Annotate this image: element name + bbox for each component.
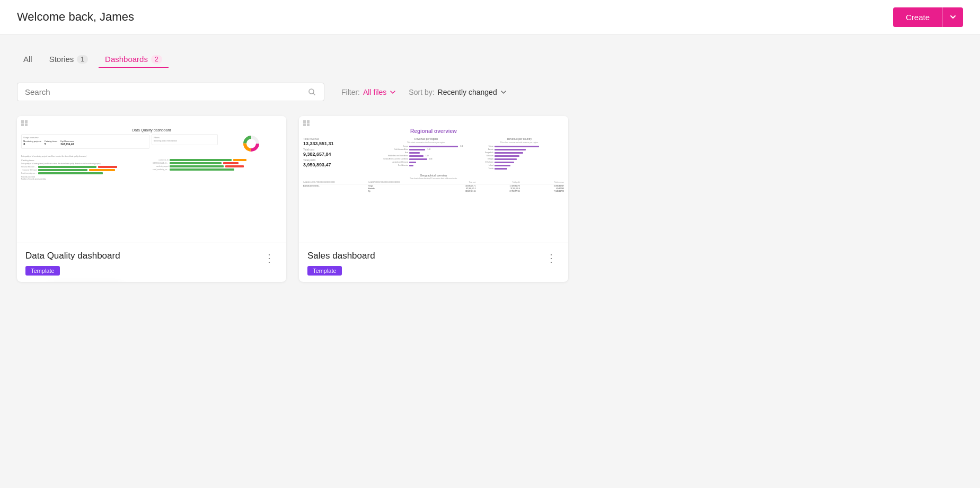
search-filter-row: Filter: All files Sort by: Recently chan…: [17, 83, 963, 101]
search-input[interactable]: [25, 87, 304, 96]
card-data-quality-thumbnail[interactable]: Data Quality dashboard Usage overview Mo…: [17, 116, 286, 243]
tab-stories-label: Stories: [49, 55, 74, 64]
tabs-bar: All Stories 1 Dashboards 2: [17, 51, 963, 68]
main-content: All Stories 1 Dashboards 2 Filter: All f…: [0, 34, 980, 299]
dq-preview-title: Data Quality dashboard: [21, 128, 282, 132]
tab-dashboards[interactable]: Dashboards 2: [99, 51, 169, 68]
tab-all[interactable]: All: [17, 51, 39, 68]
card-data-quality: Data Quality dashboard Usage overview Mo…: [17, 116, 286, 282]
filter-control[interactable]: Filter: All files: [341, 88, 396, 96]
sort-caret-icon: [500, 89, 507, 95]
filter-value: All files: [363, 88, 386, 96]
sort-value: Recently changed: [438, 88, 497, 96]
filter-label: Filter:: [341, 88, 360, 96]
page-title: Welcome back, James: [17, 10, 134, 24]
filter-sort-controls: Filter: All files Sort by: Recently chan…: [341, 88, 507, 96]
card-data-quality-badge: Template: [25, 266, 60, 276]
sort-control[interactable]: Sort by: Recently changed: [409, 88, 506, 96]
card-sales-menu-button[interactable]: ⋮: [543, 251, 560, 265]
create-button[interactable]: Create: [893, 7, 942, 27]
header: Welcome back, James Create: [0, 0, 980, 34]
create-button-group: Create: [893, 7, 963, 27]
card-sales-badge: Template: [307, 266, 342, 276]
card-sales: Regional overview Total revenue 13,333,5…: [299, 116, 568, 282]
card-data-quality-footer: Data Quality dashboard Template ⋮: [17, 243, 286, 282]
create-dropdown-button[interactable]: [942, 7, 963, 27]
card-data-quality-title: Data Quality dashboard: [25, 251, 120, 261]
ro-preview: Regional overview Total revenue 13,333,5…: [299, 116, 568, 243]
donut-chart: [242, 134, 261, 153]
search-box[interactable]: [17, 83, 324, 101]
tab-dashboards-badge: 2: [151, 55, 162, 64]
chevron-down-icon: [949, 13, 957, 21]
filter-caret-icon: [390, 89, 396, 95]
search-icon: [308, 88, 316, 96]
card-data-quality-menu-button[interactable]: ⋮: [261, 251, 278, 265]
dq-preview: Data Quality dashboard Usage overview Mo…: [17, 116, 286, 243]
card-sales-info: Sales dashboard Template: [307, 251, 375, 276]
tab-stories[interactable]: Stories 1: [43, 51, 94, 68]
card-sales-footer: Sales dashboard Template ⋮: [299, 243, 568, 282]
ro-preview-title: Regional overview: [303, 128, 564, 134]
tab-stories-badge: 1: [77, 55, 88, 64]
card-sales-title: Sales dashboard: [307, 251, 375, 261]
card-sales-thumbnail[interactable]: Regional overview Total revenue 13,333,5…: [299, 116, 568, 243]
tab-all-label: All: [23, 55, 32, 64]
tab-dashboards-label: Dashboards: [105, 55, 148, 64]
cards-grid: Data Quality dashboard Usage overview Mo…: [17, 116, 568, 282]
sort-label: Sort by:: [409, 88, 434, 96]
card-data-quality-info: Data Quality dashboard Template: [25, 251, 120, 276]
